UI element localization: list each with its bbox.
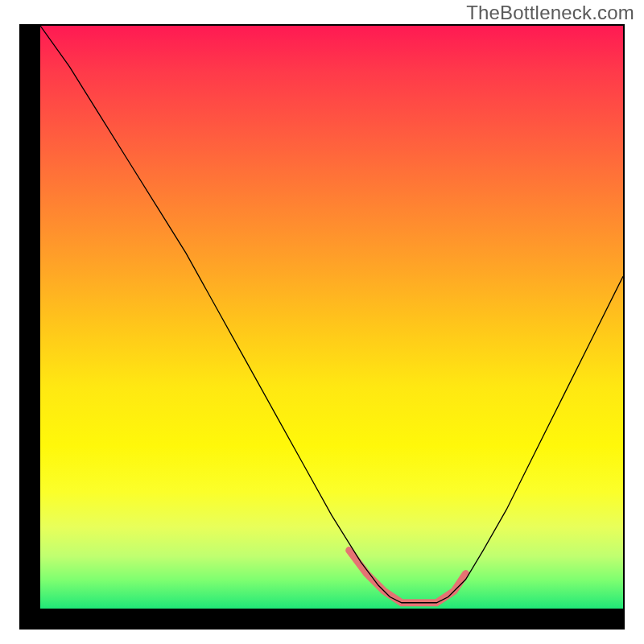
curve-svg <box>40 26 623 609</box>
plot-area <box>40 26 623 609</box>
bottleneck-curve <box>40 26 623 603</box>
attribution-text: TheBottleneck.com <box>466 2 634 24</box>
plot-frame <box>19 24 625 630</box>
chart-container: TheBottleneck.com <box>0 0 644 644</box>
optimal-highlight <box>349 551 466 603</box>
